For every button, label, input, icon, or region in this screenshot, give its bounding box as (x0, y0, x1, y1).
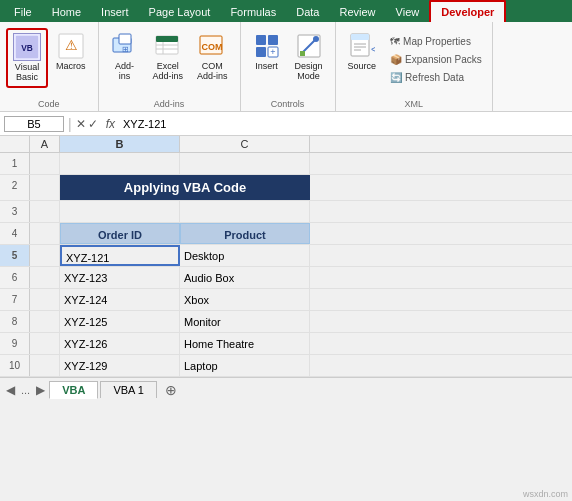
source-button[interactable]: </> Source (342, 28, 383, 76)
cell-a1[interactable] (30, 153, 60, 174)
ribbon-group-addins: ⊞ Add- ins Exce (99, 22, 241, 111)
cell-title[interactable]: Applying VBA Code (60, 175, 310, 200)
cell-c7[interactable]: Xbox (180, 289, 310, 310)
cell-b7[interactable]: XYZ-124 (60, 289, 180, 310)
source-icon: </> (348, 32, 376, 60)
sheet-tab-vba[interactable]: VBA (49, 381, 98, 399)
com-add-ins-button[interactable]: COM COM Add-ins (191, 28, 234, 86)
cell-b5[interactable]: XYZ-121 (60, 245, 180, 266)
cell-b3[interactable] (60, 201, 180, 222)
order-id-8: XYZ-125 (64, 316, 107, 328)
row-9: 9 XYZ-126 Home Theatre (0, 333, 572, 355)
insert-button[interactable]: + Insert (247, 28, 287, 76)
design-mode-button[interactable]: Design Mode (289, 28, 329, 86)
map-properties-label: Map Properties (403, 36, 471, 47)
cell-a8[interactable] (30, 311, 60, 332)
cell-c5[interactable]: Desktop (180, 245, 310, 266)
cell-order-id-header[interactable]: Order ID (60, 223, 180, 244)
tab-home[interactable]: Home (42, 2, 91, 22)
expansion-packs-label: Expansion Packs (405, 54, 482, 65)
cell-a2[interactable] (30, 175, 60, 200)
svg-text:⚠: ⚠ (64, 37, 77, 53)
cell-c1[interactable] (180, 153, 310, 174)
row-num-1: 1 (0, 153, 30, 174)
cell-b6[interactable]: XYZ-123 (60, 267, 180, 288)
refresh-data-button[interactable]: 🔄 Refresh Data (386, 70, 486, 85)
cell-c8[interactable]: Monitor (180, 311, 310, 332)
row-6: 6 XYZ-123 Audio Box (0, 267, 572, 289)
cell-b1[interactable] (60, 153, 180, 174)
row-8: 8 XYZ-125 Monitor (0, 311, 572, 333)
tab-review[interactable]: Review (329, 2, 385, 22)
excel-add-ins-button[interactable]: Excel Add-ins (147, 28, 190, 86)
cell-b10[interactable]: XYZ-129 (60, 355, 180, 376)
tab-view[interactable]: View (386, 2, 430, 22)
product-header: Product (224, 229, 266, 241)
svg-text:COM: COM (202, 42, 223, 52)
expansion-packs-button[interactable]: 📦 Expansion Packs (386, 52, 486, 67)
fx-label: fx (102, 117, 119, 131)
cell-c10[interactable]: Laptop (180, 355, 310, 376)
tab-data[interactable]: Data (286, 2, 329, 22)
cell-c9[interactable]: Home Theatre (180, 333, 310, 354)
cell-a6[interactable] (30, 267, 60, 288)
design-mode-icon (295, 32, 323, 60)
order-id-5: XYZ-121 (66, 252, 109, 264)
svg-rect-25 (351, 34, 369, 40)
insert-label: Insert (255, 62, 278, 72)
row-num-header (0, 136, 30, 152)
svg-rect-9 (156, 36, 178, 42)
visual-basic-icon: VB (13, 33, 41, 61)
confirm-formula-icon[interactable]: ✓ (88, 117, 98, 131)
vba-icon-img: VB (13, 33, 41, 61)
product-8: Monitor (184, 316, 221, 328)
row-5: 5 XYZ-121 Desktop (0, 245, 572, 267)
tab-developer[interactable]: Developer (429, 0, 506, 22)
tab-page-layout[interactable]: Page Layout (139, 2, 221, 22)
cell-c6[interactable]: Audio Box (180, 267, 310, 288)
macros-button[interactable]: ⚠ Macros (50, 28, 92, 76)
add-sheet-button[interactable]: ⊕ (159, 382, 183, 398)
tab-file[interactable]: File (4, 2, 42, 22)
cell-c3[interactable] (180, 201, 310, 222)
tab-nav-right[interactable]: ▶ (32, 383, 49, 397)
map-properties-button[interactable]: 🗺 Map Properties (386, 34, 486, 49)
ribbon-group-xml: </> Source 🗺 Map Properties 📦 Expansion … (336, 22, 493, 111)
tab-ellipsis: ... (19, 384, 32, 396)
controls-group-label: Controls (241, 99, 335, 109)
visual-basic-button[interactable]: VB Visual Basic (6, 28, 48, 88)
sheet-tab-vba1[interactable]: VBA 1 (100, 381, 157, 398)
cancel-formula-icon[interactable]: ✕ (76, 117, 86, 131)
ribbon-group-code: VB Visual Basic ⚠ Macros (0, 22, 99, 111)
cell-a3[interactable] (30, 201, 60, 222)
cell-a10[interactable] (30, 355, 60, 376)
cell-b9[interactable]: XYZ-126 (60, 333, 180, 354)
row-num-6: 6 (0, 267, 30, 288)
product-6: Audio Box (184, 272, 234, 284)
cell-b8[interactable]: XYZ-125 (60, 311, 180, 332)
formula-value: XYZ-121 (123, 118, 568, 130)
tab-insert[interactable]: Insert (91, 2, 139, 22)
add-ins-button[interactable]: ⊞ Add- ins (105, 28, 145, 86)
formula-bar-separator: | (68, 116, 72, 132)
sheet-tab-vba-label: VBA (62, 384, 85, 396)
tab-nav-left[interactable]: ◀ (2, 383, 19, 397)
cell-a5[interactable] (30, 245, 60, 266)
row-1: 1 (0, 153, 572, 175)
order-id-header: Order ID (98, 229, 142, 241)
source-label: Source (348, 62, 377, 72)
formula-bar: | ✕ ✓ fx XYZ-121 (0, 112, 572, 136)
com-add-ins-label: COM Add-ins (197, 62, 228, 82)
macros-label: Macros (56, 62, 86, 72)
row-num-2: 2 (0, 175, 30, 200)
cell-product-header[interactable]: Product (180, 223, 310, 244)
col-header-b: B (60, 136, 180, 152)
svg-rect-15 (256, 35, 266, 45)
name-box[interactable] (4, 116, 64, 132)
tab-formulas[interactable]: Formulas (220, 2, 286, 22)
cell-a4[interactable] (30, 223, 60, 244)
cell-a9[interactable] (30, 333, 60, 354)
row-2: 2 Applying VBA Code (0, 175, 572, 201)
insert-icon: + (253, 32, 281, 60)
cell-a7[interactable] (30, 289, 60, 310)
